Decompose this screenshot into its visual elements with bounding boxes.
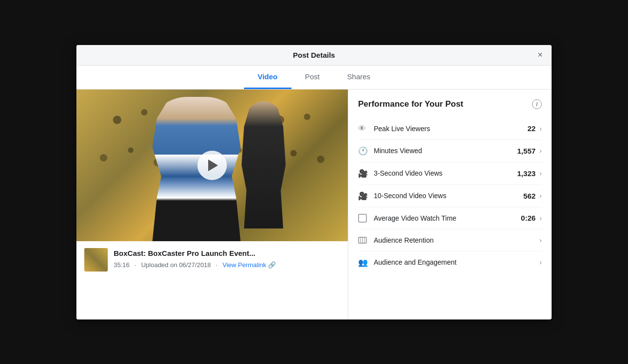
video-player[interactable] xyxy=(76,90,348,241)
stat-row-minutes-viewed[interactable]: 🕐 Minutes Viewed 1,557 › xyxy=(358,140,542,162)
avg-watch-chevron: › xyxy=(539,214,542,222)
modal-dialog: Post Details × Video Post Shares xyxy=(76,45,552,319)
separator-1: · xyxy=(135,261,137,269)
page-background: Post Details × Video Post Shares xyxy=(0,0,628,364)
audience-retention-chevron: › xyxy=(539,236,542,244)
audience-engagement-chevron: › xyxy=(539,258,542,266)
peak-viewers-chevron: › xyxy=(539,125,542,133)
10sec-views-value: 562 xyxy=(523,192,535,200)
upload-date: Uploaded on 06/27/2018 xyxy=(141,261,211,269)
audience-engagement-icon: 👥 xyxy=(358,258,372,267)
video-duration: 35:16 xyxy=(114,261,130,269)
video-meta: 35:16 · Uploaded on 06/27/2018 · View Pe… xyxy=(114,261,276,269)
separator-2: · xyxy=(216,261,218,269)
modal-header: Post Details × xyxy=(76,45,552,66)
audience-engagement-label: Audience and Engagement xyxy=(374,258,535,266)
close-button[interactable]: × xyxy=(535,48,545,61)
10sec-views-label: 10-Second Video Views xyxy=(374,192,523,200)
video-info: BoxCast: BoxCaster Pro Launch Event... 3… xyxy=(76,241,348,278)
stat-row-peak-live-viewers[interactable]: 👁 Peak Live Viewers 22 › xyxy=(358,118,542,140)
stat-row-audience-retention[interactable]: Audience Retention › xyxy=(358,229,542,251)
avg-watch-label: Average Video Watch Time xyxy=(374,214,521,222)
video-panel: BoxCast: BoxCaster Pro Launch Event... 3… xyxy=(76,90,348,319)
tab-video[interactable]: Video xyxy=(244,66,291,89)
stats-title: Performance for Your Post xyxy=(358,99,463,109)
play-icon xyxy=(208,159,218,171)
info-icon-button[interactable]: i xyxy=(532,99,542,109)
minutes-viewed-chevron: › xyxy=(539,147,542,155)
video-thumb-image xyxy=(84,248,108,272)
peak-viewers-icon: 👁 xyxy=(358,124,372,133)
stat-row-audience-engagement[interactable]: 👥 Audience and Engagement › xyxy=(358,251,542,273)
avg-watch-value: 0:26 xyxy=(521,214,535,222)
10sec-views-chevron: › xyxy=(539,192,542,200)
3sec-views-label: 3-Second Video Views xyxy=(374,169,517,177)
stat-row-10sec-views[interactable]: 🎥 10-Second Video Views 562 › xyxy=(358,185,542,207)
modal-body: BoxCast: BoxCaster Pro Launch Event... 3… xyxy=(76,90,552,319)
3sec-views-value: 1,323 xyxy=(517,169,536,178)
avg-watch-icon xyxy=(358,214,372,223)
3sec-views-chevron: › xyxy=(539,169,542,177)
peak-viewers-label: Peak Live Viewers xyxy=(374,125,528,133)
minutes-viewed-label: Minutes Viewed xyxy=(374,147,517,155)
video-thumbnail xyxy=(84,248,108,272)
3sec-views-icon: 🎥 xyxy=(358,169,372,178)
play-button[interactable] xyxy=(197,151,227,180)
minutes-viewed-value: 1,557 xyxy=(517,147,536,155)
modal-title: Post Details xyxy=(293,51,335,59)
audience-retention-label: Audience Retention xyxy=(374,236,535,244)
svg-rect-0 xyxy=(359,214,366,222)
video-details: BoxCast: BoxCaster Pro Launch Event... 3… xyxy=(114,248,276,269)
person-figure-main xyxy=(152,97,241,241)
link-icon: 🔗 xyxy=(268,261,276,269)
10sec-views-icon: 🎥 xyxy=(358,191,372,201)
permalink-label: View Permalink xyxy=(222,261,266,269)
stats-panel: Performance for Your Post i 👁 Peak Live … xyxy=(348,90,552,319)
video-title: BoxCast: BoxCaster Pro Launch Event... xyxy=(114,248,276,258)
minutes-viewed-icon: 🕐 xyxy=(358,146,372,156)
stats-header: Performance for Your Post i xyxy=(358,99,542,109)
peak-viewers-value: 22 xyxy=(528,124,536,133)
stat-row-3sec-views[interactable]: 🎥 3-Second Video Views 1,323 › xyxy=(358,162,542,185)
stat-row-avg-watch-time[interactable]: Average Video Watch Time 0:26 › xyxy=(358,207,542,229)
tab-shares[interactable]: Shares xyxy=(334,66,385,89)
person-figure-secondary xyxy=(239,101,288,228)
audience-retention-icon xyxy=(358,236,372,245)
view-permalink-link[interactable]: View Permalink 🔗 xyxy=(222,261,275,269)
tab-post[interactable]: Post xyxy=(291,66,334,89)
tab-bar: Video Post Shares xyxy=(76,66,552,90)
